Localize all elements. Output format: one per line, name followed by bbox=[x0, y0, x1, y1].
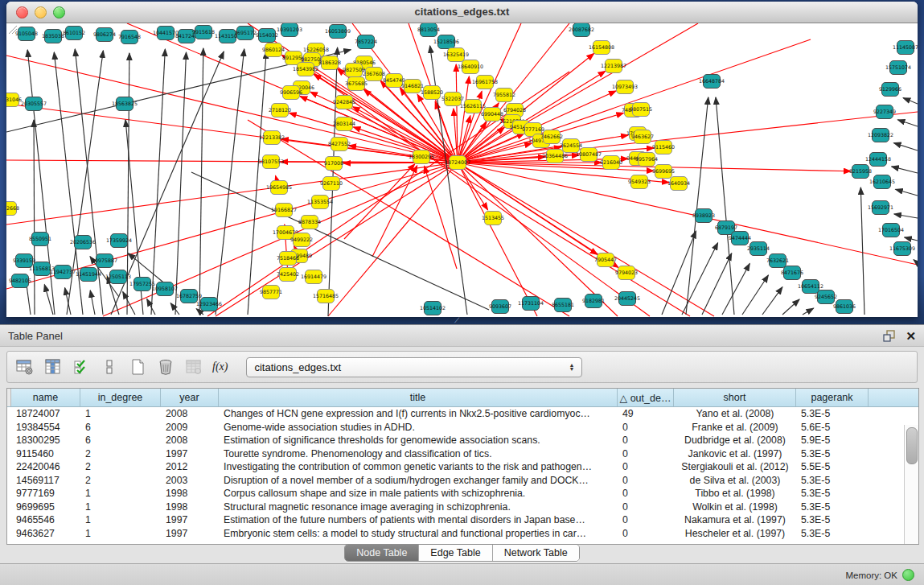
graph-node[interactable]: 9806274 bbox=[93, 28, 116, 42]
graph-node[interactable]: 9267110 bbox=[320, 177, 343, 191]
cell-pagerank[interactable]: 5.3E-5 bbox=[796, 448, 869, 459]
cell-short[interactable]: Tibbo et al. (1998) bbox=[674, 488, 796, 499]
column-header-short[interactable]: short bbox=[674, 389, 796, 406]
cell-year[interactable]: 2003 bbox=[161, 475, 219, 486]
column-header-pagerank[interactable]: pagerank bbox=[796, 389, 869, 406]
cell-in-degree[interactable]: 2 bbox=[80, 475, 161, 486]
graph-node[interactable]: 9227349 bbox=[873, 105, 896, 119]
graph-node[interactable]: 9463627 bbox=[631, 130, 654, 144]
graph-node[interactable]: 19166827 bbox=[271, 204, 297, 217]
graph-node[interactable]: 9549323 bbox=[628, 175, 651, 189]
cell-year[interactable]: 2008 bbox=[161, 408, 219, 419]
graph-node[interactable]: 18107553 bbox=[258, 155, 284, 169]
cell-short[interactable]: Dudbridge et al. (2008) bbox=[674, 435, 796, 446]
graph-node[interactable]: 1588520 bbox=[421, 86, 443, 100]
tab-node-table[interactable]: Node Table bbox=[345, 545, 419, 561]
cell-in-degree[interactable]: 2 bbox=[80, 448, 161, 459]
cell-title[interactable]: Tourette syndrome. Phenomenology and cla… bbox=[219, 448, 618, 459]
cell-pagerank[interactable]: 5.3E-5 bbox=[796, 488, 869, 499]
graph-node[interactable]: 9129966 bbox=[879, 83, 901, 97]
table-row[interactable]: 1872400712008Changes of HCN gene express… bbox=[7, 407, 918, 421]
graph-node[interactable]: 16961758 bbox=[472, 76, 498, 89]
cell-year[interactable]: 2012 bbox=[161, 461, 219, 472]
graph-node[interactable]: 7518466 bbox=[277, 252, 299, 266]
graph-node[interactable]: 17016504 bbox=[878, 224, 904, 237]
graph-node[interactable]: 8938923 bbox=[692, 209, 715, 223]
tab-edge-table[interactable]: Edge Table bbox=[419, 545, 492, 561]
cell-in-degree[interactable]: 2 bbox=[80, 461, 161, 472]
graph-node[interactable]: 9431046 bbox=[6, 93, 22, 107]
cell-short[interactable]: Hescheler et al. (1997) bbox=[674, 528, 796, 539]
cell-pagerank[interactable]: 5.3E-5 bbox=[796, 501, 869, 513]
window-titlebar[interactable]: citations_edges.txt bbox=[6, 2, 918, 23]
graph-node[interactable]: 16325419 bbox=[443, 48, 469, 62]
cell-pagerank[interactable]: 5.9E-5 bbox=[796, 435, 869, 446]
graph-node[interactable]: 7425402 bbox=[277, 268, 299, 282]
graph-node[interactable]: 8427552 bbox=[328, 138, 351, 151]
graph-node[interactable]: 16648784 bbox=[699, 75, 725, 89]
cell-short[interactable]: Nakamura et al. (1997) bbox=[674, 514, 796, 525]
graph-node[interactable]: 10514102 bbox=[420, 302, 446, 315]
cell-title[interactable]: Investigating the contribution of common… bbox=[219, 461, 618, 472]
graph-node[interactable]: 9915618 bbox=[192, 26, 215, 39]
graph-node[interactable]: 9857771 bbox=[260, 286, 282, 299]
graph-node[interactable]: 7905447 bbox=[594, 253, 617, 267]
cell-in-degree[interactable]: 1 bbox=[80, 488, 161, 499]
table-row[interactable]: 1830029562008Estimation of significance … bbox=[7, 434, 918, 447]
column-header-in-degree[interactable]: in_degree bbox=[80, 389, 161, 406]
graph-node[interactable]: 7955812 bbox=[493, 89, 515, 102]
graph-node[interactable]: 9499222 bbox=[290, 233, 313, 247]
cell-name[interactable]: 9465546 bbox=[11, 514, 80, 525]
table-row[interactable]: 946362711997Embryonic stem cells: a mode… bbox=[7, 527, 918, 541]
cell-name[interactable]: 22420046 bbox=[11, 461, 80, 472]
graph-node[interactable]: 15751074 bbox=[885, 61, 911, 75]
cell-title[interactable]: Corpus callosum shape and size in male p… bbox=[219, 488, 618, 499]
cell-name[interactable]: 18724007 bbox=[11, 408, 80, 419]
graph-node[interactable]: 2522668 bbox=[6, 202, 19, 216]
cell-short[interactable]: Yano et al. (2008) bbox=[674, 408, 796, 419]
select-columns-icon[interactable] bbox=[72, 358, 91, 376]
graph-node[interactable]: 2718120 bbox=[269, 104, 291, 117]
cell-short[interactable]: Jankovic et al. (1997) bbox=[674, 448, 796, 459]
column-header-year[interactable]: year bbox=[161, 389, 219, 406]
cell-year[interactable]: 2008 bbox=[161, 435, 219, 446]
graph-node[interactable]: 8813054 bbox=[417, 23, 440, 37]
graph-node[interactable]: 9182981 bbox=[582, 295, 605, 308]
close-panel-icon[interactable]: ✕ bbox=[906, 330, 916, 342]
graph-node[interactable]: 9242845 bbox=[333, 96, 355, 109]
graph-node[interactable]: 9093607 bbox=[489, 300, 511, 314]
graph-node[interactable]: 12444158 bbox=[865, 153, 891, 167]
minimize-window-button[interactable] bbox=[35, 6, 47, 19]
table-selector-dropdown[interactable]: citations_edges.txt ▲▼ bbox=[246, 357, 582, 377]
cell-in-degree[interactable]: 1 bbox=[80, 501, 161, 513]
cell-title[interactable]: Disruption of a novel member of a sodium… bbox=[219, 475, 618, 486]
graph-node[interactable]: 9482105 bbox=[9, 274, 31, 288]
graph-node[interactable]: 20206536 bbox=[70, 236, 96, 249]
cell-out-de-[interactable]: 0 bbox=[618, 435, 674, 446]
column-header-out-de-[interactable]: △ out_de… bbox=[618, 389, 674, 406]
cell-out-de-[interactable]: 0 bbox=[618, 488, 674, 499]
table-row[interactable]: 2242004622012Investigating the contribut… bbox=[7, 460, 918, 474]
graph-node[interactable]: 9827509 bbox=[343, 64, 365, 77]
graph-node[interactable]: 7916548 bbox=[118, 31, 141, 44]
graph-node[interactable]: 11145087 bbox=[893, 41, 918, 55]
delete-table-icon[interactable] bbox=[156, 358, 175, 376]
cell-year[interactable]: 1997 bbox=[161, 514, 219, 525]
cell-out-de-[interactable]: 0 bbox=[618, 422, 674, 433]
cell-year[interactable]: 2009 bbox=[161, 422, 219, 433]
graph-node[interactable]: 11353554 bbox=[307, 196, 333, 209]
memory-status-indicator[interactable] bbox=[902, 569, 914, 581]
graph-node[interactable]: 3675685 bbox=[345, 77, 368, 91]
graph-node[interactable]: 16053809 bbox=[325, 25, 351, 39]
graph-node[interactable]: 9807515 bbox=[630, 103, 652, 117]
cell-out-de-[interactable]: 49 bbox=[618, 408, 674, 419]
cell-year[interactable]: 1998 bbox=[161, 488, 219, 499]
graph-node[interactable]: 10975887 bbox=[92, 254, 117, 268]
graph-node[interactable]: 9245652 bbox=[815, 290, 837, 304]
graph-node[interactable]: 9699695 bbox=[652, 165, 675, 179]
graph-node[interactable]: 8655181 bbox=[552, 299, 574, 312]
graph-node[interactable]: 2935114 bbox=[747, 242, 770, 256]
float-panel-icon[interactable] bbox=[883, 330, 896, 342]
graph-node[interactable]: 12213987 bbox=[601, 60, 626, 73]
graph-node[interactable]: 1513455 bbox=[482, 212, 504, 225]
